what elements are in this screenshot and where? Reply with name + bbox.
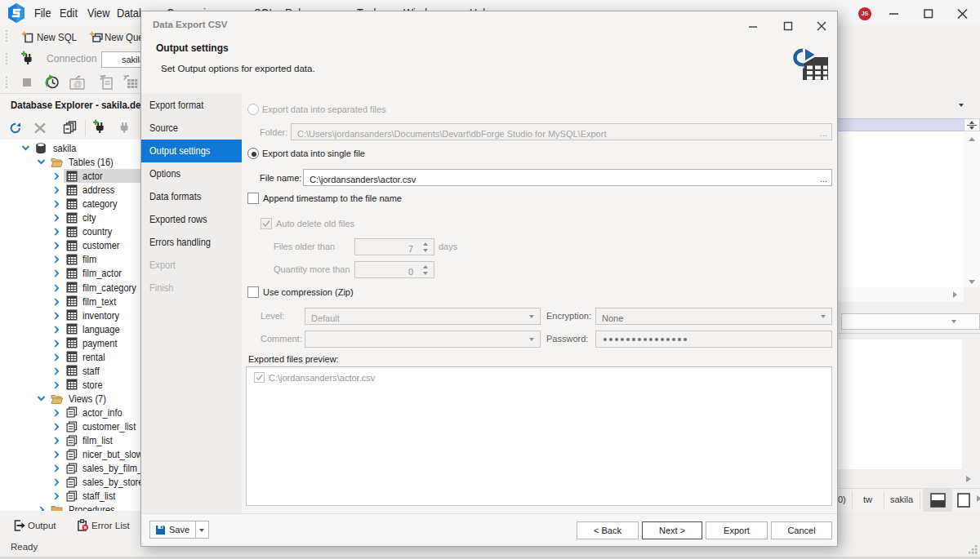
svg-text:@: @: [74, 80, 82, 89]
